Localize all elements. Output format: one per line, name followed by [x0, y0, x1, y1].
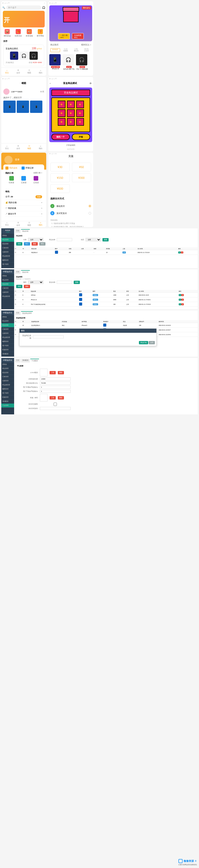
- menu-support[interactable]: 客服管理: [1, 395, 14, 400]
- del-button[interactable]: ✕: [181, 299, 184, 301]
- menu-recharge[interactable]: 充值管理: [1, 379, 14, 383]
- tab-gallery[interactable]: ⊡晒图: [27, 222, 31, 226]
- avatar[interactable]: [4, 156, 12, 164]
- nav-recharge[interactable]: 🎁优惠充值: [15, 29, 22, 37]
- box-slot[interactable]: ★: [76, 109, 84, 117]
- menu-users[interactable]: 用户管理: [1, 391, 14, 395]
- category-select[interactable]: 全部: [28, 238, 44, 242]
- tab-mine[interactable]: ☺我的: [39, 145, 42, 150]
- menu-balance[interactable]: 💰 我的金额›: [5, 200, 42, 206]
- delete-button[interactable]: 删除: [58, 371, 64, 374]
- menu-products[interactable]: 商品管理: [1, 319, 14, 323]
- tab-gallery[interactable]: ⊡晒图: [27, 145, 31, 150]
- menu-luck[interactable]: 幸运值管理: [1, 336, 14, 340]
- delete-button[interactable]: 删除: [24, 285, 30, 288]
- box-slot[interactable]: ★: [67, 100, 75, 108]
- search-button[interactable]: 搜索: [103, 238, 109, 242]
- single-draw-button[interactable]: 一发入魂199元: [58, 33, 70, 39]
- menu-dashboard[interactable]: 控制台: [1, 234, 14, 238]
- tab-all[interactable]: ⊞全部: [17, 145, 20, 150]
- menu-support[interactable]: 客服管理: [1, 348, 14, 352]
- status-select[interactable]: 全部: [86, 238, 101, 242]
- status-shipped[interactable]: 已发货: [21, 176, 26, 184]
- edit-button[interactable]: ✎: [179, 303, 181, 305]
- del-button[interactable]: ✕: [181, 303, 184, 305]
- name-input[interactable]: [57, 238, 72, 241]
- tab-products[interactable]: 商品列表: [21, 229, 30, 233]
- tab-gallery[interactable]: ⊡晒图: [27, 69, 31, 74]
- rules-link[interactable]: 规则玩法 >: [81, 43, 91, 46]
- radio[interactable]: [89, 212, 91, 215]
- tab-all[interactable]: ⊞全部: [17, 69, 20, 74]
- quick-recharge-input[interactable]: [40, 377, 70, 380]
- tab-home[interactable]: ⌂首页: [5, 145, 9, 150]
- tab-mine[interactable]: ☺我的: [39, 69, 42, 74]
- tab-home[interactable]: ⌂首页: [5, 69, 9, 74]
- tab-cabinet[interactable]: 我的盒柜: [5, 166, 18, 169]
- name-input[interactable]: [57, 281, 72, 284]
- amount-option[interactable]: ¥150: [50, 174, 70, 182]
- delete-button[interactable]: 删除: [58, 396, 64, 400]
- rate-tab[interactable]: 98.9%史诗奖: [82, 48, 91, 52]
- tab-list[interactable]: 盲盒列表: [21, 270, 30, 274]
- rebate1-input[interactable]: [40, 385, 70, 389]
- box-slot[interactable]: ★: [67, 109, 75, 117]
- topup-button[interactable]: 充值: [35, 195, 42, 198]
- upload-button[interactable]: 上传: [50, 396, 56, 400]
- menu-gallery[interactable]: 晒图管理: [1, 340, 14, 344]
- review-image[interactable]: 📱: [30, 100, 42, 113]
- add-button[interactable]: 添加: [16, 285, 22, 288]
- box-slot[interactable]: ★: [58, 118, 65, 126]
- upload-button[interactable]: 上传: [50, 371, 56, 374]
- status-done[interactable]: 已完成: [33, 176, 39, 184]
- product-item[interactable]: 📱参考价 6699iPhone 13: [49, 54, 62, 70]
- pay-alipay[interactable]: 支 支付宝支付: [48, 210, 93, 217]
- tab-mgmt[interactable]: 盲盒商品管理: [21, 311, 33, 315]
- nav-shipping[interactable]: 🚚发货流程: [26, 29, 33, 37]
- box-slot[interactable]: ★: [58, 100, 65, 108]
- tab-home[interactable]: 主页: [15, 359, 21, 363]
- review-image[interactable]: 📱: [3, 100, 16, 113]
- tab-platform[interactable]: 平台配置: [30, 359, 39, 363]
- ratio-input[interactable]: [40, 381, 70, 384]
- amount-option[interactable]: ¥600: [50, 184, 70, 193]
- menu-products[interactable]: 商品管理: [1, 367, 14, 371]
- menu-dashboard[interactable]: 控制台: [1, 363, 14, 367]
- support-icon[interactable]: 🎧: [42, 6, 45, 9]
- menu-luck[interactable]: 幸运值管理: [1, 383, 14, 387]
- menu-luck[interactable]: 幸运值管理: [1, 254, 14, 258]
- amount-option[interactable]: ¥50: [72, 163, 91, 172]
- back-icon[interactable]: ‹: [50, 82, 51, 85]
- amount-option[interactable]: ¥300: [72, 174, 91, 182]
- menu-orders[interactable]: 订单管理: [1, 328, 14, 332]
- box-slot[interactable]: ★: [67, 118, 75, 126]
- rate-tab[interactable]: 0.1%普通奖: [61, 48, 70, 52]
- refresh-icon[interactable]: ⟳: [90, 82, 92, 85]
- menu-dashboard[interactable]: 控制台: [1, 315, 14, 319]
- edit-button[interactable]: ✎: [179, 299, 181, 301]
- import-button[interactable]: 导入: [24, 242, 30, 246]
- search-button[interactable]: 搜索: [74, 281, 80, 284]
- rebate2-input[interactable]: [40, 390, 70, 393]
- menu-recharge[interactable]: 充值管理: [1, 332, 14, 336]
- box-slot[interactable]: ★: [58, 109, 65, 117]
- menu-recharge[interactable]: 充值管理: [1, 290, 14, 294]
- tab-history[interactable]: 开箱记录: [22, 166, 34, 169]
- delete-button[interactable]: 删除: [32, 242, 38, 246]
- export-button[interactable]: 导出: [39, 242, 46, 246]
- box-slot[interactable]: ★: [76, 100, 84, 108]
- tab-home[interactable]: 主页: [15, 311, 21, 315]
- menu-system[interactable]: 系统配置: [1, 400, 14, 404]
- menu-users[interactable]: 用户管理: [1, 344, 14, 348]
- tab-system[interactable]: 系统配置: [21, 359, 30, 363]
- rules-link[interactable]: 开盲盒细则: [48, 143, 93, 147]
- menu-gallery[interactable]: 晒图管理: [1, 387, 14, 391]
- menu-blindbox[interactable]: 盲盒设置: [1, 371, 14, 375]
- menu-recharge[interactable]: 充值管理: [1, 250, 14, 254]
- menu-luck[interactable]: 幸运值管理: [1, 294, 14, 299]
- edit-button[interactable]: ✎: [179, 294, 181, 296]
- box-slot[interactable]: ★: [76, 118, 84, 126]
- search-input[interactable]: 拆个盒子: [6, 5, 41, 10]
- pay-wechat[interactable]: ✓ 微信支付: [48, 203, 93, 210]
- menu-gallery[interactable]: 晒图管理: [1, 258, 14, 262]
